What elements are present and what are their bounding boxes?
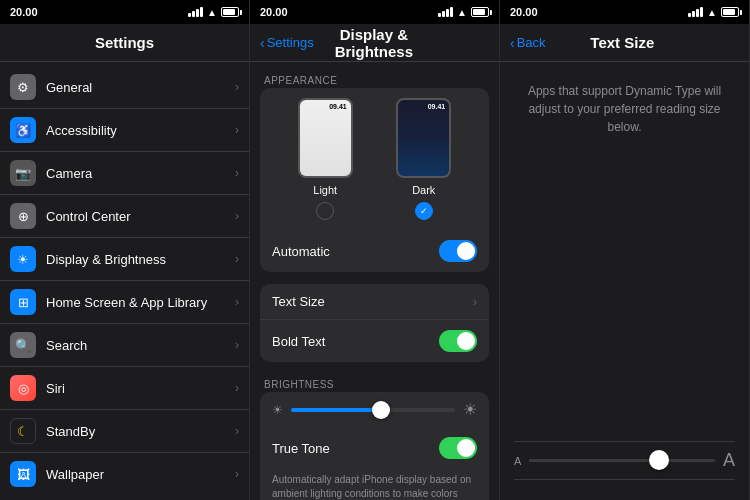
wallpaper-icon: 🖼: [10, 461, 36, 487]
light-thumb: 09.41: [298, 98, 353, 178]
wifi-icon-3: ▲: [707, 7, 717, 18]
back-chevron: ‹: [260, 35, 265, 51]
settings-item-homescreen[interactable]: ⊞ Home Screen & App Library ›: [0, 280, 249, 323]
light-label: Light: [313, 184, 337, 196]
chevron-icon: ›: [235, 80, 239, 94]
settings-item-standby[interactable]: ☾ StandBy ›: [0, 409, 249, 452]
light-status: 09.41: [300, 100, 351, 112]
settings-item-display[interactable]: ☀ Display & Brightness ›: [0, 237, 249, 280]
camera-icon: 📷: [10, 160, 36, 186]
chevron-icon: ›: [235, 252, 239, 266]
settings-item-wallpaper[interactable]: 🖼 Wallpaper ›: [0, 452, 249, 495]
status-bar-3: 20.00 ▲: [500, 0, 749, 24]
standby-label: StandBy: [46, 424, 225, 439]
battery-icon-2: [471, 7, 489, 17]
wifi-icon: ▲: [207, 7, 217, 18]
settings-nav: Settings: [0, 24, 249, 62]
font-track-fill: [529, 459, 659, 462]
settings-item-camera[interactable]: 📷 Camera ›: [0, 151, 249, 194]
signal-icon-2: [438, 7, 453, 17]
chevron-icon: ›: [235, 123, 239, 137]
true-tone-row: True Tone: [260, 427, 489, 469]
brightness-track[interactable]: [291, 408, 455, 412]
chevron-icon: ›: [235, 166, 239, 180]
brightness-low-icon: ☀: [272, 403, 283, 417]
settings-item-search[interactable]: 🔍 Search ›: [0, 323, 249, 366]
brightness-fill: [291, 408, 381, 412]
light-time: 09.41: [329, 103, 347, 110]
font-slider-row[interactable]: A A: [500, 442, 749, 479]
general-label: General: [46, 80, 225, 95]
status-bar-1: 20.00 ▲: [0, 0, 249, 24]
siri-icon: ◎: [10, 375, 36, 401]
display-label: Display & Brightness: [46, 252, 225, 267]
status-time-1: 20.00: [10, 6, 38, 18]
brightness-card: ☀ ☀ True Tone Automatically adapt iPhone…: [260, 392, 489, 500]
dark-radio[interactable]: [415, 202, 433, 220]
chevron-icon: ›: [235, 467, 239, 481]
status-icons-3: ▲: [688, 7, 739, 18]
control-center-icon: ⊕: [10, 203, 36, 229]
camera-label: Camera: [46, 166, 225, 181]
text-size-panel: 20.00 ▲ ‹ Back Text Size Apps that suppo…: [500, 0, 750, 500]
standby-icon: ☾: [10, 418, 36, 444]
true-tone-label: True Tone: [272, 441, 429, 456]
text-size-chevron: ›: [473, 295, 477, 309]
general-icon: ⚙: [10, 74, 36, 100]
battery-icon: [221, 7, 239, 17]
font-thumb[interactable]: [649, 450, 669, 470]
settings-item-general[interactable]: ⚙ General ›: [0, 66, 249, 108]
appearance-header: APPEARANCE: [250, 71, 351, 92]
back-button-textsize[interactable]: ‹ Back: [510, 35, 546, 51]
automatic-row: Automatic: [260, 230, 489, 272]
settings-item-accessibility[interactable]: ♿ Accessibility ›: [0, 108, 249, 151]
settings-title: Settings: [50, 34, 199, 51]
dark-label: Dark: [412, 184, 435, 196]
back-chevron-3: ‹: [510, 35, 515, 51]
search-label: Search: [46, 338, 225, 353]
automatic-toggle[interactable]: [439, 240, 477, 262]
settings-item-control-center[interactable]: ⊕ Control Center ›: [0, 194, 249, 237]
siri-label: Siri: [46, 381, 225, 396]
dark-time: 09.41: [428, 103, 446, 110]
true-tone-toggle[interactable]: [439, 437, 477, 459]
control-center-label: Control Center: [46, 209, 225, 224]
status-time-3: 20.00: [510, 6, 538, 18]
settings-panel: 20.00 ▲ Settings ⚙ General › ♿ Accessibi…: [0, 0, 250, 500]
signal-icon: [188, 7, 203, 17]
text-size-row[interactable]: Text Size ›: [260, 284, 489, 319]
wifi-icon-2: ▲: [457, 7, 467, 18]
display-icon: ☀: [10, 246, 36, 272]
light-option[interactable]: 09.41 Light: [298, 98, 353, 220]
search-icon: 🔍: [10, 332, 36, 358]
display-content: APPEARANCE 09.41 Light 09.4: [250, 62, 499, 500]
dark-thumb: 09.41: [396, 98, 451, 178]
text-size-description: Apps that support Dynamic Type will adju…: [500, 62, 749, 152]
status-icons-2: ▲: [438, 7, 489, 18]
text-size-nav: ‹ Back Text Size: [500, 24, 749, 62]
brightness-thumb[interactable]: [372, 401, 390, 419]
brightness-header: BRIGHTNESS: [250, 375, 348, 396]
font-track[interactable]: [529, 459, 715, 462]
homescreen-label: Home Screen & App Library: [46, 295, 225, 310]
back-label-3: Back: [517, 35, 546, 50]
settings-item-siri[interactable]: ◎ Siri ›: [0, 366, 249, 409]
text-size-label: Text Size: [272, 294, 463, 309]
font-size-demo: A A: [500, 152, 749, 500]
chevron-icon: ›: [235, 338, 239, 352]
light-radio[interactable]: [316, 202, 334, 220]
automatic-label: Automatic: [272, 244, 429, 259]
back-button-display[interactable]: ‹ Settings: [260, 35, 314, 51]
brightness-high-icon: ☀: [463, 400, 477, 419]
dark-option[interactable]: 09.41 Dark: [396, 98, 451, 220]
appearance-thumbnails: 09.41 Light 09.41 Dark: [260, 88, 489, 230]
text-size-content: Apps that support Dynamic Type will adju…: [500, 62, 749, 500]
bold-text-row: Bold Text: [260, 319, 489, 362]
signal-icon-3: [688, 7, 703, 17]
font-small-label: A: [514, 455, 521, 467]
brightness-slider-row[interactable]: ☀ ☀: [260, 392, 489, 427]
display-nav: ‹ Settings Display & Brightness: [250, 24, 499, 62]
dark-status: 09.41: [398, 100, 449, 112]
bold-text-toggle[interactable]: [439, 330, 477, 352]
settings-section-top: ⚙ General › ♿ Accessibility › 📷 Camera ›…: [0, 66, 249, 495]
